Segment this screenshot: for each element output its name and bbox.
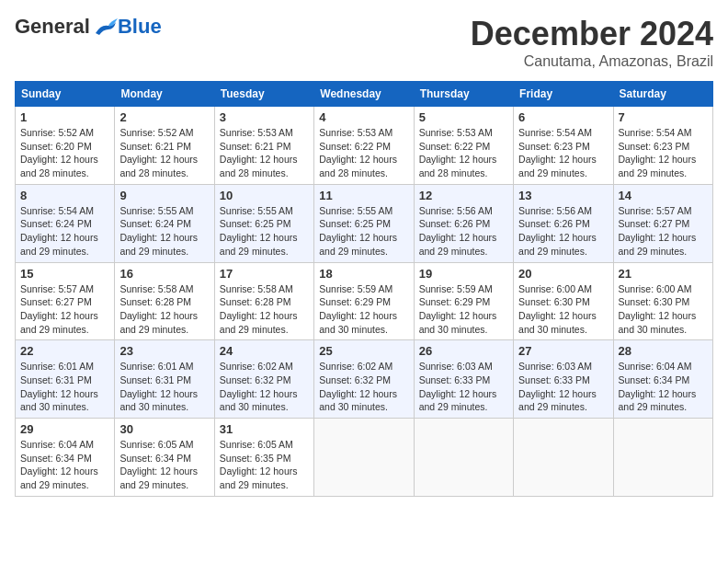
day-detail: Sunrise: 5:54 AM Sunset: 6:23 PM Dayligh… [619,126,708,180]
calendar-cell: 20Sunrise: 6:00 AM Sunset: 6:30 PM Dayli… [514,262,613,340]
calendar-week-row: 29Sunrise: 6:04 AM Sunset: 6:34 PM Dayli… [16,419,713,497]
day-number: 8 [20,189,109,202]
calendar-cell: 22Sunrise: 6:01 AM Sunset: 6:31 PM Dayli… [16,340,115,419]
calendar-cell: 5Sunrise: 5:53 AM Sunset: 6:22 PM Daylig… [414,107,513,185]
calendar-cell [414,419,513,497]
title-block: December 2024 Canutama, Amazonas, Brazil [471,15,713,70]
day-number: 7 [619,110,708,124]
day-detail: Sunrise: 5:54 AM Sunset: 6:23 PM Dayligh… [518,126,608,180]
day-detail: Sunrise: 5:59 AM Sunset: 6:29 PM Dayligh… [319,282,408,337]
day-detail: Sunrise: 6:00 AM Sunset: 6:30 PM Dayligh… [518,282,608,337]
calendar-cell: 13Sunrise: 5:56 AM Sunset: 6:26 PM Dayli… [514,184,613,262]
day-number: 10 [220,189,309,202]
calendar-cell: 21Sunrise: 6:00 AM Sunset: 6:30 PM Dayli… [613,262,712,340]
calendar-cell: 12Sunrise: 5:56 AM Sunset: 6:26 PM Dayli… [414,184,513,262]
day-detail: Sunrise: 5:57 AM Sunset: 6:27 PM Dayligh… [619,204,708,259]
day-number: 2 [119,110,209,124]
calendar-cell: 23Sunrise: 6:01 AM Sunset: 6:31 PM Dayli… [115,340,214,419]
calendar-cell: 3Sunrise: 5:53 AM Sunset: 6:21 PM Daylig… [214,107,313,185]
day-number: 30 [119,422,209,436]
day-number: 18 [319,267,408,281]
day-number: 16 [119,267,209,281]
calendar-cell: 26Sunrise: 6:03 AM Sunset: 6:33 PM Dayli… [414,340,513,419]
day-number: 1 [20,110,109,124]
day-detail: Sunrise: 6:04 AM Sunset: 6:34 PM Dayligh… [20,438,109,492]
day-detail: Sunrise: 6:00 AM Sunset: 6:30 PM Dayligh… [619,282,708,337]
calendar-cell: 11Sunrise: 5:55 AM Sunset: 6:25 PM Dayli… [314,184,414,262]
day-number: 29 [20,422,109,436]
day-detail: Sunrise: 6:02 AM Sunset: 6:32 PM Dayligh… [220,360,309,414]
day-number: 20 [518,267,608,281]
day-detail: Sunrise: 5:55 AM Sunset: 6:24 PM Dayligh… [119,204,209,259]
calendar-cell: 8Sunrise: 5:54 AM Sunset: 6:24 PM Daylig… [16,184,115,262]
day-number: 4 [319,110,408,124]
calendar-cell: 18Sunrise: 5:59 AM Sunset: 6:29 PM Dayli… [314,262,414,340]
day-detail: Sunrise: 5:52 AM Sunset: 6:20 PM Dayligh… [20,126,109,180]
day-detail: Sunrise: 5:59 AM Sunset: 6:29 PM Dayligh… [419,282,508,337]
calendar-week-row: 15Sunrise: 5:57 AM Sunset: 6:27 PM Dayli… [16,262,713,340]
calendar-cell: 27Sunrise: 6:03 AM Sunset: 6:33 PM Dayli… [514,340,613,419]
day-detail: Sunrise: 5:54 AM Sunset: 6:24 PM Dayligh… [20,204,109,259]
calendar-week-row: 8Sunrise: 5:54 AM Sunset: 6:24 PM Daylig… [16,184,713,262]
day-detail: Sunrise: 5:55 AM Sunset: 6:25 PM Dayligh… [220,204,309,259]
day-detail: Sunrise: 6:01 AM Sunset: 6:31 PM Dayligh… [20,360,109,414]
calendar-cell: 4Sunrise: 5:53 AM Sunset: 6:22 PM Daylig… [314,107,414,185]
day-detail: Sunrise: 5:58 AM Sunset: 6:28 PM Dayligh… [119,282,209,337]
calendar-body: 1Sunrise: 5:52 AM Sunset: 6:20 PM Daylig… [16,107,713,497]
calendar-cell: 6Sunrise: 5:54 AM Sunset: 6:23 PM Daylig… [514,107,613,185]
logo-blue: Blue [118,15,162,39]
day-number: 27 [518,344,608,358]
day-detail: Sunrise: 6:05 AM Sunset: 6:34 PM Dayligh… [119,438,209,492]
calendar-week-row: 1Sunrise: 5:52 AM Sunset: 6:20 PM Daylig… [16,107,713,185]
calendar-cell: 16Sunrise: 5:58 AM Sunset: 6:28 PM Dayli… [115,262,214,340]
day-number: 25 [319,344,408,358]
calendar-cell: 15Sunrise: 5:57 AM Sunset: 6:27 PM Dayli… [16,262,115,340]
calendar-cell: 10Sunrise: 5:55 AM Sunset: 6:25 PM Dayli… [214,184,313,262]
logo-general: General [15,15,90,39]
calendar-day-header: Saturday [613,82,712,107]
day-detail: Sunrise: 5:55 AM Sunset: 6:25 PM Dayligh… [319,204,408,259]
calendar-day-header: Thursday [414,82,513,107]
day-detail: Sunrise: 5:56 AM Sunset: 6:26 PM Dayligh… [518,204,608,259]
day-number: 21 [619,267,708,281]
day-number: 12 [419,189,508,202]
calendar-cell: 29Sunrise: 6:04 AM Sunset: 6:34 PM Dayli… [16,419,115,497]
calendar-table: SundayMondayTuesdayWednesdayThursdayFrid… [15,81,713,497]
day-detail: Sunrise: 6:04 AM Sunset: 6:34 PM Dayligh… [619,360,708,414]
calendar-cell: 7Sunrise: 5:54 AM Sunset: 6:23 PM Daylig… [613,107,712,185]
calendar-cell: 9Sunrise: 5:55 AM Sunset: 6:24 PM Daylig… [115,184,214,262]
calendar-cell: 30Sunrise: 6:05 AM Sunset: 6:34 PM Dayli… [115,419,214,497]
day-number: 9 [119,189,209,202]
day-number: 19 [419,267,508,281]
calendar-cell: 17Sunrise: 5:58 AM Sunset: 6:28 PM Dayli… [214,262,313,340]
calendar-cell: 28Sunrise: 6:04 AM Sunset: 6:34 PM Dayli… [613,340,712,419]
calendar-day-header: Tuesday [214,82,313,107]
day-detail: Sunrise: 5:56 AM Sunset: 6:26 PM Dayligh… [419,204,508,259]
day-detail: Sunrise: 6:05 AM Sunset: 6:35 PM Dayligh… [220,438,309,492]
calendar-header-row: SundayMondayTuesdayWednesdayThursdayFrid… [16,82,713,107]
day-detail: Sunrise: 5:58 AM Sunset: 6:28 PM Dayligh… [220,282,309,337]
day-number: 26 [419,344,508,358]
calendar-cell: 24Sunrise: 6:02 AM Sunset: 6:32 PM Dayli… [214,340,313,419]
day-number: 17 [220,267,309,281]
calendar-day-header: Monday [115,82,214,107]
day-number: 23 [119,344,209,358]
day-number: 14 [619,189,708,202]
calendar-cell [514,419,613,497]
day-detail: Sunrise: 5:52 AM Sunset: 6:21 PM Dayligh… [119,126,209,180]
calendar-cell: 19Sunrise: 5:59 AM Sunset: 6:29 PM Dayli… [414,262,513,340]
page-header: General Blue December 2024 Canutama, Ama… [15,15,713,70]
calendar-cell: 2Sunrise: 5:52 AM Sunset: 6:21 PM Daylig… [115,107,214,185]
calendar-day-header: Wednesday [314,82,414,107]
day-detail: Sunrise: 5:53 AM Sunset: 6:21 PM Dayligh… [220,126,309,180]
day-number: 24 [220,344,309,358]
day-detail: Sunrise: 6:01 AM Sunset: 6:31 PM Dayligh… [119,360,209,414]
month-title: December 2024 [471,15,713,53]
calendar-cell: 1Sunrise: 5:52 AM Sunset: 6:20 PM Daylig… [16,107,115,185]
day-detail: Sunrise: 6:02 AM Sunset: 6:32 PM Dayligh… [319,360,408,414]
calendar-cell [314,419,414,497]
day-number: 28 [619,344,708,358]
day-number: 13 [518,189,608,202]
day-detail: Sunrise: 6:03 AM Sunset: 6:33 PM Dayligh… [518,360,608,414]
calendar-cell: 31Sunrise: 6:05 AM Sunset: 6:35 PM Dayli… [214,419,313,497]
